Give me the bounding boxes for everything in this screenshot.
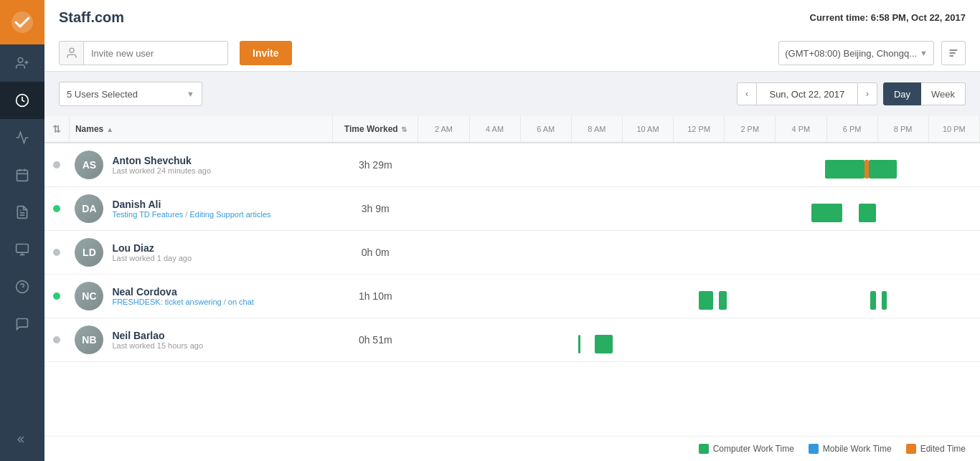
col-12pm: 12 PM (674, 116, 725, 143)
user-sub: Last worked 1 day ago (112, 254, 192, 262)
timeline-bars (418, 247, 980, 267)
app-title: Staff.com (59, 9, 124, 26)
activity-link[interactable]: Editing Support articles (189, 210, 270, 219)
sort-asc-icon: ▲ (106, 125, 113, 133)
col-8pm: 8 PM (877, 116, 928, 143)
controls-bar: 5 Users Selected ▼ ‹ Sun, Oct 22, 2017 ›… (44, 72, 980, 116)
timeline-bar (719, 291, 727, 310)
invite-input-wrap (59, 41, 228, 65)
legend-edited: Edited Time (906, 444, 966, 454)
header-right: Current time: 6:58 PM, Oct 22, 2017 (810, 12, 966, 23)
header-top: Staff.com Current time: 6:58 PM, Oct 22,… (59, 0, 966, 36)
user-cell[interactable]: LDLou DiazLast worked 1 day ago (69, 231, 332, 274)
status-dot (53, 205, 60, 212)
avatar: LD (75, 238, 103, 267)
sidebar-item-add-user[interactable] (0, 44, 44, 82)
user-cell[interactable]: NBNeil BarlaoLast worked 15 hours ago (69, 318, 332, 361)
col-2am: 2 AM (418, 116, 469, 143)
timeline-bars (418, 204, 980, 224)
activity-link[interactable]: FRESHDESK: ticket answering (112, 298, 221, 306)
sidebar-item-reports[interactable] (0, 194, 44, 231)
timeline-cell (418, 143, 980, 187)
computer-color-swatch (699, 444, 709, 454)
status-dot (53, 293, 60, 300)
svg-rect-5 (17, 170, 28, 181)
timeline-bars (418, 291, 980, 311)
timeline-cell (418, 275, 980, 318)
date-prev-btn[interactable]: ‹ (737, 82, 757, 105)
main-content: Staff.com Current time: 6:58 PM, Oct 22,… (44, 0, 980, 461)
timeline-bar (578, 335, 580, 353)
timeline-bar (882, 291, 887, 310)
svg-point-1 (18, 58, 23, 63)
col-6pm: 6 PM (826, 116, 877, 143)
sidebar-item-calendar[interactable] (0, 156, 44, 194)
date-display: Sun, Oct 22, 2017 (757, 82, 857, 105)
sidebar-item-timesheets[interactable] (0, 82, 44, 119)
timeline-cell (418, 318, 980, 362)
status-dot (53, 336, 60, 343)
col-2pm: 2 PM (725, 116, 776, 143)
timeline-bar (595, 335, 613, 353)
mobile-color-swatch (809, 444, 819, 454)
users-dropdown[interactable]: 5 Users Selected ▼ (59, 82, 202, 106)
timeline-bar (859, 204, 875, 222)
time-worked-cell: 3h 9m (333, 187, 418, 231)
sidebar-item-projects[interactable] (0, 231, 44, 268)
invite-input[interactable] (84, 48, 227, 59)
current-time-value: 6:58 PM, Oct 22, 2017 (871, 12, 966, 23)
col-4pm: 4 PM (776, 116, 826, 143)
sidebar-item-help[interactable] (0, 268, 44, 305)
status-dot (53, 161, 60, 168)
avatar: AS (75, 151, 103, 179)
time-worked-cell: 0h 51m (333, 318, 418, 362)
user-name: Anton Shevchuk (112, 155, 211, 166)
view-week-btn[interactable]: Week (921, 82, 966, 105)
activity-link[interactable]: Testing TD Features (112, 210, 183, 219)
chevron-down-icon: ▼ (920, 49, 928, 57)
activity-link[interactable]: on chat (228, 298, 254, 306)
users-selected-label: 5 Users Selected (67, 89, 138, 100)
table-row: LDLou DiazLast worked 1 day ago0h 0m (44, 231, 980, 275)
sidebar (0, 0, 44, 461)
sidebar-logo[interactable] (0, 0, 44, 44)
col-6am: 6 AM (520, 116, 571, 143)
user-cell[interactable]: NCNeal CordovaFRESHDESK: ticket answerin… (69, 275, 332, 318)
user-name: Lou Diaz (112, 242, 192, 254)
legend-mobile: Mobile Work Time (809, 444, 892, 454)
timezone-selector[interactable]: (GMT+08:00) Beijing, Chongq... ▼ (778, 41, 934, 65)
date-next-btn[interactable]: › (857, 82, 877, 105)
legend-mobile-label: Mobile Work Time (823, 444, 892, 454)
avatar: NB (75, 325, 103, 354)
header: Staff.com Current time: 6:58 PM, Oct 22,… (44, 0, 980, 72)
table-row: ASAnton ShevchukLast worked 24 minutes a… (44, 143, 980, 187)
sidebar-item-activity[interactable] (0, 119, 44, 156)
col-8am: 8 AM (571, 116, 622, 143)
time-worked-cell: 1h 10m (333, 275, 418, 318)
col-10am: 10 AM (622, 116, 673, 143)
filter-icon-btn[interactable] (941, 41, 966, 65)
timeline-bar (699, 291, 713, 310)
view-day-btn[interactable]: Day (883, 82, 921, 105)
table-row: NBNeil BarlaoLast worked 15 hours ago0h … (44, 318, 980, 362)
legend: Computer Work Time Mobile Work Time Edit… (44, 436, 980, 461)
sidebar-item-messages[interactable] (0, 305, 44, 343)
invite-button[interactable]: Invite (240, 41, 292, 65)
legend-computer: Computer Work Time (699, 444, 794, 454)
col-10pm: 10 PM (928, 116, 979, 143)
time-worked-cell: 0h 0m (333, 231, 418, 275)
timeline-bar (825, 160, 864, 179)
table-row: NCNeal CordovaFRESHDESK: ticket answerin… (44, 275, 980, 318)
svg-rect-11 (17, 244, 29, 253)
user-name: Neil Barlao (112, 330, 203, 341)
legend-computer-label: Computer Work Time (713, 444, 794, 454)
header-bottom: Invite (GMT+08:00) Beijing, Chongq... ▼ (59, 36, 966, 72)
user-cell[interactable]: DADanish AliTesting TD Features / Editin… (69, 187, 332, 230)
user-sub: Last worked 24 minutes ago (112, 166, 211, 175)
user-name: Danish Ali (112, 199, 270, 210)
sort-arrows-icon: ⇅ (52, 123, 61, 135)
current-time-label: Current time: 6:58 PM, Oct 22, 2017 (810, 12, 966, 23)
sidebar-expand-btn[interactable] (0, 425, 44, 454)
user-cell[interactable]: ASAnton ShevchukLast worked 24 minutes a… (69, 143, 332, 186)
view-toggle: Day Week (883, 82, 966, 105)
